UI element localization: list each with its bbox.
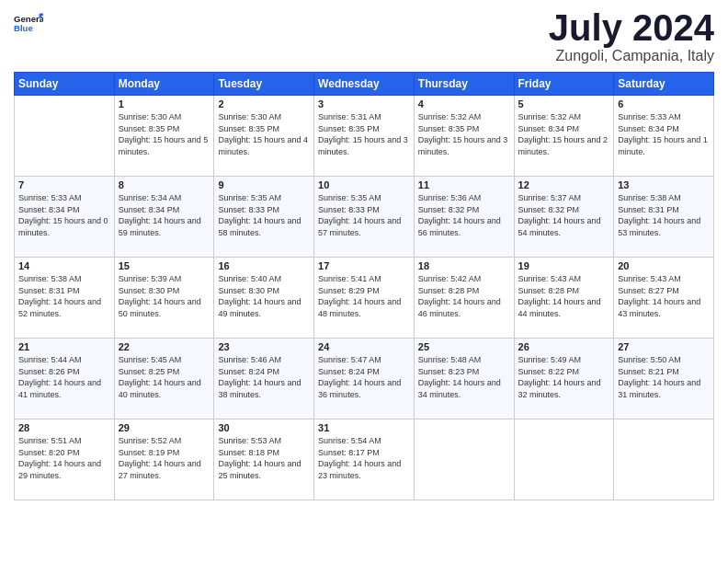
col-friday: Friday [514, 73, 614, 96]
week-row-3: 14Sunrise: 5:38 AMSunset: 8:31 PMDayligh… [15, 258, 714, 339]
calendar-cell: 29Sunrise: 5:52 AMSunset: 8:19 PMDayligh… [114, 419, 214, 500]
logo: General Blue [14, 9, 43, 39]
day-number: 17 [318, 260, 410, 271]
day-info: Sunrise: 5:48 AMSunset: 8:23 PMDaylight:… [418, 354, 510, 400]
day-info: Sunrise: 5:51 AMSunset: 8:20 PMDaylight:… [18, 435, 110, 481]
day-number: 31 [318, 422, 410, 433]
calendar-cell: 14Sunrise: 5:38 AMSunset: 8:31 PMDayligh… [15, 258, 115, 339]
calendar-cell: 8Sunrise: 5:34 AMSunset: 8:34 PMDaylight… [114, 177, 214, 258]
day-info: Sunrise: 5:36 AMSunset: 8:32 PMDaylight:… [418, 192, 510, 238]
day-number: 28 [18, 422, 110, 433]
day-number: 21 [18, 341, 110, 352]
calendar-cell: 26Sunrise: 5:49 AMSunset: 8:22 PMDayligh… [514, 339, 614, 419]
day-number: 24 [318, 341, 410, 352]
calendar-cell: 20Sunrise: 5:43 AMSunset: 8:27 PMDayligh… [614, 258, 714, 339]
col-sunday: Sunday [15, 73, 115, 96]
day-number: 7 [18, 179, 110, 190]
day-info: Sunrise: 5:33 AMSunset: 8:34 PMDaylight:… [618, 111, 710, 157]
day-number: 6 [618, 98, 710, 109]
calendar-cell: 7Sunrise: 5:33 AMSunset: 8:34 PMDaylight… [15, 177, 115, 258]
calendar-cell: 2Sunrise: 5:30 AMSunset: 8:35 PMDaylight… [214, 96, 314, 177]
calendar-cell: 19Sunrise: 5:43 AMSunset: 8:28 PMDayligh… [514, 258, 614, 339]
day-info: Sunrise: 5:30 AMSunset: 8:35 PMDaylight:… [218, 111, 310, 157]
calendar-cell: 10Sunrise: 5:35 AMSunset: 8:33 PMDayligh… [314, 177, 415, 258]
calendar-cell: 5Sunrise: 5:32 AMSunset: 8:34 PMDaylight… [514, 96, 614, 177]
logo-svg: General Blue [14, 9, 43, 39]
day-number: 15 [119, 260, 210, 271]
col-tuesday: Tuesday [214, 73, 314, 96]
day-info: Sunrise: 5:32 AMSunset: 8:35 PMDaylight:… [418, 111, 510, 157]
main-container: General Blue July 2024 Zungoli, Campania… [0, 0, 728, 510]
day-info: Sunrise: 5:54 AMSunset: 8:17 PMDaylight:… [318, 435, 410, 481]
calendar-cell [15, 96, 115, 177]
calendar-cell [514, 419, 614, 500]
day-number: 16 [218, 260, 310, 271]
calendar-cell: 25Sunrise: 5:48 AMSunset: 8:23 PMDayligh… [414, 339, 514, 419]
day-number: 8 [119, 179, 210, 190]
calendar-cell: 22Sunrise: 5:45 AMSunset: 8:25 PMDayligh… [114, 339, 214, 419]
day-number: 19 [518, 260, 610, 271]
calendar-cell: 27Sunrise: 5:50 AMSunset: 8:21 PMDayligh… [614, 339, 714, 419]
day-info: Sunrise: 5:39 AMSunset: 8:30 PMDaylight:… [119, 273, 210, 319]
calendar-cell: 16Sunrise: 5:40 AMSunset: 8:30 PMDayligh… [214, 258, 314, 339]
week-row-5: 28Sunrise: 5:51 AMSunset: 8:20 PMDayligh… [15, 419, 714, 500]
day-number: 5 [518, 98, 610, 109]
day-info: Sunrise: 5:32 AMSunset: 8:34 PMDaylight:… [518, 111, 610, 157]
day-number: 30 [218, 422, 310, 433]
calendar-cell: 1Sunrise: 5:30 AMSunset: 8:35 PMDaylight… [114, 96, 214, 177]
day-number: 9 [218, 179, 310, 190]
col-wednesday: Wednesday [314, 73, 415, 96]
day-number: 1 [119, 98, 210, 109]
day-info: Sunrise: 5:30 AMSunset: 8:35 PMDaylight:… [119, 111, 210, 157]
day-info: Sunrise: 5:46 AMSunset: 8:24 PMDaylight:… [218, 354, 310, 400]
day-info: Sunrise: 5:31 AMSunset: 8:35 PMDaylight:… [318, 111, 410, 157]
day-number: 20 [618, 260, 710, 271]
day-number: 11 [418, 179, 510, 190]
header-row: Sunday Monday Tuesday Wednesday Thursday… [15, 73, 714, 96]
day-number: 3 [318, 98, 410, 109]
calendar-cell: 15Sunrise: 5:39 AMSunset: 8:30 PMDayligh… [114, 258, 214, 339]
calendar-cell: 21Sunrise: 5:44 AMSunset: 8:26 PMDayligh… [15, 339, 115, 419]
calendar-cell: 4Sunrise: 5:32 AMSunset: 8:35 PMDaylight… [414, 96, 514, 177]
calendar-cell: 31Sunrise: 5:54 AMSunset: 8:17 PMDayligh… [314, 419, 415, 500]
calendar-cell: 6Sunrise: 5:33 AMSunset: 8:34 PMDaylight… [614, 96, 714, 177]
day-info: Sunrise: 5:40 AMSunset: 8:30 PMDaylight:… [218, 273, 310, 319]
calendar-cell: 17Sunrise: 5:41 AMSunset: 8:29 PMDayligh… [314, 258, 415, 339]
day-info: Sunrise: 5:43 AMSunset: 8:27 PMDaylight:… [618, 273, 710, 319]
calendar-cell: 13Sunrise: 5:38 AMSunset: 8:31 PMDayligh… [614, 177, 714, 258]
week-row-4: 21Sunrise: 5:44 AMSunset: 8:26 PMDayligh… [15, 339, 714, 419]
calendar-cell: 30Sunrise: 5:53 AMSunset: 8:18 PMDayligh… [214, 419, 314, 500]
day-info: Sunrise: 5:35 AMSunset: 8:33 PMDaylight:… [318, 192, 410, 238]
day-info: Sunrise: 5:34 AMSunset: 8:34 PMDaylight:… [119, 192, 210, 238]
calendar-cell: 9Sunrise: 5:35 AMSunset: 8:33 PMDaylight… [214, 177, 314, 258]
week-row-2: 7Sunrise: 5:33 AMSunset: 8:34 PMDaylight… [15, 177, 714, 258]
day-info: Sunrise: 5:38 AMSunset: 8:31 PMDaylight:… [618, 192, 710, 238]
day-number: 12 [518, 179, 610, 190]
day-info: Sunrise: 5:33 AMSunset: 8:34 PMDaylight:… [18, 192, 110, 238]
day-number: 18 [418, 260, 510, 271]
day-info: Sunrise: 5:53 AMSunset: 8:18 PMDaylight:… [218, 435, 310, 481]
day-number: 10 [318, 179, 410, 190]
calendar-cell: 18Sunrise: 5:42 AMSunset: 8:28 PMDayligh… [414, 258, 514, 339]
day-info: Sunrise: 5:49 AMSunset: 8:22 PMDaylight:… [518, 354, 610, 400]
day-number: 26 [518, 341, 610, 352]
day-info: Sunrise: 5:37 AMSunset: 8:32 PMDaylight:… [518, 192, 610, 238]
day-info: Sunrise: 5:50 AMSunset: 8:21 PMDaylight:… [618, 354, 710, 400]
title-section: July 2024 Zungoli, Campania, Italy [549, 9, 714, 64]
calendar-cell: 12Sunrise: 5:37 AMSunset: 8:32 PMDayligh… [514, 177, 614, 258]
month-title: July 2024 [549, 9, 714, 46]
day-info: Sunrise: 5:44 AMSunset: 8:26 PMDaylight:… [18, 354, 110, 400]
day-info: Sunrise: 5:35 AMSunset: 8:33 PMDaylight:… [218, 192, 310, 238]
calendar-table: Sunday Monday Tuesday Wednesday Thursday… [14, 72, 714, 500]
col-saturday: Saturday [614, 73, 714, 96]
day-number: 29 [119, 422, 210, 433]
col-monday: Monday [114, 73, 214, 96]
week-row-1: 1Sunrise: 5:30 AMSunset: 8:35 PMDaylight… [15, 96, 714, 177]
day-number: 2 [218, 98, 310, 109]
calendar-cell: 24Sunrise: 5:47 AMSunset: 8:24 PMDayligh… [314, 339, 415, 419]
calendar-cell: 11Sunrise: 5:36 AMSunset: 8:32 PMDayligh… [414, 177, 514, 258]
day-number: 14 [18, 260, 110, 271]
day-info: Sunrise: 5:41 AMSunset: 8:29 PMDaylight:… [318, 273, 410, 319]
day-number: 22 [119, 341, 210, 352]
calendar-cell [614, 419, 714, 500]
